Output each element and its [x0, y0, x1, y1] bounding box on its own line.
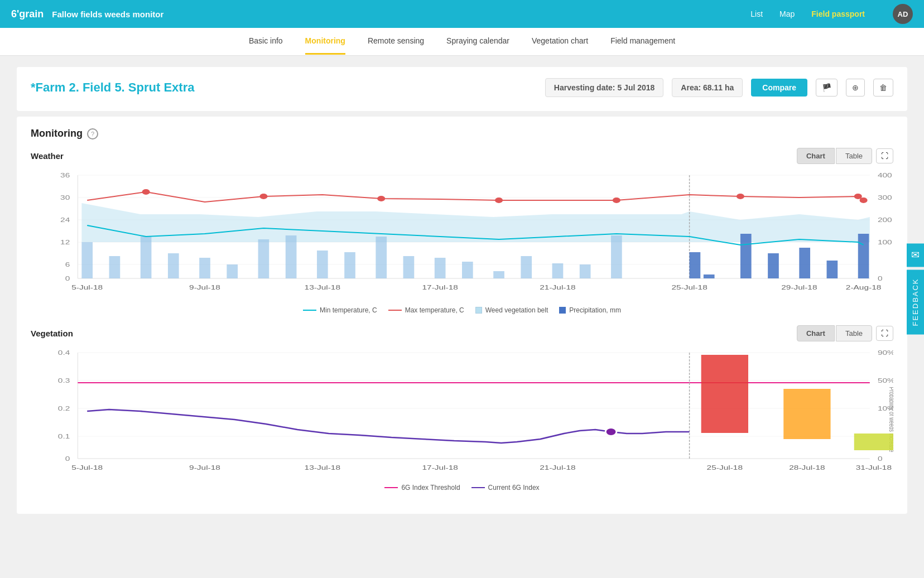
- svg-text:50%: 50%: [878, 377, 893, 384]
- legend-threshold: 6G Index Threshold: [384, 484, 460, 492]
- vegetation-chart-controls: Chart Table ⛶: [797, 325, 893, 341]
- vegetation-chart-legend: 6G Index Threshold Current 6G Index: [31, 484, 893, 492]
- vegetation-chart-svg: 0.4 0.3 0.2 0.1 0 90% 50% 10% 0 Probabil…: [31, 347, 893, 481]
- weather-chart-title: Weather: [31, 151, 64, 161]
- svg-rect-26: [286, 235, 297, 278]
- monitoring-header: Monitoring ?: [31, 128, 893, 139]
- threshold-label: 6G Index Threshold: [401, 484, 460, 492]
- svg-point-50: [613, 198, 620, 203]
- svg-point-48: [377, 196, 385, 201]
- svg-text:5-Jul-18: 5-Jul-18: [71, 464, 103, 471]
- svg-text:12: 12: [60, 239, 70, 245]
- vegetation-table-button[interactable]: Table: [836, 325, 872, 341]
- legend-current-6g: Current 6G Index: [471, 484, 540, 492]
- weather-table-button[interactable]: Table: [836, 148, 872, 164]
- svg-marker-18: [81, 203, 869, 242]
- top-nav-links: List Map Field passport AD: [750, 4, 913, 24]
- svg-rect-43: [799, 248, 810, 278]
- subnav-monitoring[interactable]: Monitoring: [305, 28, 345, 55]
- vegetation-chart-title: Vegetation: [31, 329, 73, 338]
- svg-text:100: 100: [878, 239, 892, 245]
- legend-precipitation: Precipitation, mm: [559, 306, 621, 314]
- info-icon[interactable]: ?: [87, 128, 98, 139]
- svg-rect-82: [783, 389, 830, 439]
- nav-link-list[interactable]: List: [750, 7, 763, 21]
- svg-rect-27: [317, 251, 328, 278]
- compare-button[interactable]: Compare: [751, 79, 807, 97]
- svg-text:0: 0: [65, 275, 70, 282]
- sub-navigation: Basic info Monitoring Remote sensing Spr…: [0, 28, 924, 56]
- field-title: *Farm 2. Field 5. Sprut Extra: [31, 80, 194, 95]
- svg-text:30: 30: [60, 194, 70, 201]
- vegetation-chart-area: 0.4 0.3 0.2 0.1 0 90% 50% 10% 0 Probabil…: [31, 347, 893, 481]
- subnav-remote-sensing[interactable]: Remote sensing: [368, 28, 424, 55]
- feedback-tab[interactable]: FEEDBACK: [907, 269, 924, 334]
- svg-text:200: 200: [878, 216, 892, 223]
- subnav-vegetation-chart[interactable]: Vegetation chart: [532, 28, 588, 55]
- subnav-basic-info[interactable]: Basic info: [249, 28, 283, 55]
- svg-rect-45: [858, 234, 869, 278]
- svg-text:13-Jul-18: 13-Jul-18: [305, 464, 340, 471]
- svg-rect-81: [701, 355, 748, 433]
- svg-rect-30: [403, 256, 415, 278]
- svg-rect-40: [704, 274, 715, 278]
- nav-link-map[interactable]: Map: [779, 7, 795, 21]
- location-button[interactable]: ⊕: [846, 79, 865, 97]
- svg-rect-20: [109, 256, 121, 278]
- top-navigation: 6'grain Fallow fields weeds monitor List…: [0, 0, 924, 28]
- min-temp-label: Min temperature, C: [320, 306, 377, 314]
- svg-point-46: [142, 189, 150, 195]
- svg-point-49: [495, 198, 503, 203]
- svg-text:0.3: 0.3: [58, 377, 70, 384]
- weather-fullscreen-button[interactable]: ⛶: [876, 148, 893, 163]
- svg-rect-35: [552, 263, 564, 278]
- bookmark-button[interactable]: 🏴: [816, 79, 838, 97]
- feedback-email-icon[interactable]: ✉: [907, 243, 924, 267]
- subnav-field-management[interactable]: Field management: [610, 28, 675, 55]
- svg-rect-21: [141, 237, 152, 278]
- svg-text:9-Jul-18: 9-Jul-18: [189, 284, 220, 291]
- user-avatar[interactable]: AD: [893, 4, 913, 24]
- svg-text:24: 24: [60, 216, 70, 223]
- weather-chart-button[interactable]: Chart: [797, 148, 835, 164]
- harvesting-date-value: 5 Jul 2018: [617, 83, 654, 92]
- area-label: Area:: [681, 83, 701, 92]
- svg-point-84: [605, 428, 617, 436]
- svg-text:2-Aug-18: 2-Aug-18: [846, 284, 882, 291]
- svg-text:5-Jul-18: 5-Jul-18: [71, 284, 103, 291]
- svg-text:0: 0: [878, 275, 883, 282]
- precipitation-box: [559, 307, 566, 314]
- svg-text:17-Jul-18: 17-Jul-18: [422, 464, 458, 471]
- svg-text:0.1: 0.1: [58, 433, 70, 440]
- nav-link-field-passport[interactable]: Field passport: [811, 7, 865, 21]
- svg-text:25-Jul-18: 25-Jul-18: [707, 464, 743, 471]
- svg-rect-32: [462, 262, 473, 278]
- svg-text:17-Jul-18: 17-Jul-18: [422, 284, 458, 291]
- svg-text:9-Jul-18: 9-Jul-18: [189, 464, 220, 471]
- svg-text:21-Jul-18: 21-Jul-18: [540, 284, 575, 291]
- brand-name: 6'grain: [11, 8, 44, 20]
- subnav-spraying-calendar[interactable]: Spraying calendar: [446, 28, 509, 55]
- current-6g-label: Current 6G Index: [488, 484, 540, 492]
- vegetation-fullscreen-button[interactable]: ⛶: [876, 326, 893, 341]
- vegetation-chart-button[interactable]: Chart: [797, 325, 835, 341]
- harvesting-date: Harvesting date: 5 Jul 2018: [545, 78, 664, 97]
- delete-button[interactable]: 🗑: [873, 79, 893, 97]
- svg-rect-36: [580, 264, 591, 278]
- svg-text:25-Jul-18: 25-Jul-18: [671, 284, 707, 291]
- weed-belt-box: [475, 307, 482, 314]
- svg-rect-22: [168, 253, 179, 278]
- svg-rect-39: [690, 252, 701, 278]
- monitoring-title: Monitoring: [31, 128, 83, 139]
- svg-text:0.2: 0.2: [58, 405, 70, 412]
- svg-rect-37: [611, 235, 622, 278]
- field-header-top: *Farm 2. Field 5. Sprut Extra Harvesting…: [31, 78, 893, 97]
- svg-text:36: 36: [60, 172, 70, 179]
- feedback-sidebar: ✉ FEEDBACK: [907, 243, 924, 334]
- svg-point-53: [860, 198, 868, 203]
- svg-rect-34: [521, 256, 532, 278]
- legend-min-temp: Min temperature, C: [303, 306, 377, 314]
- weed-belt-label: Weed vegetation belt: [485, 306, 548, 314]
- weather-chart-header: Weather Chart Table ⛶: [31, 148, 893, 164]
- svg-text:90%: 90%: [878, 349, 893, 356]
